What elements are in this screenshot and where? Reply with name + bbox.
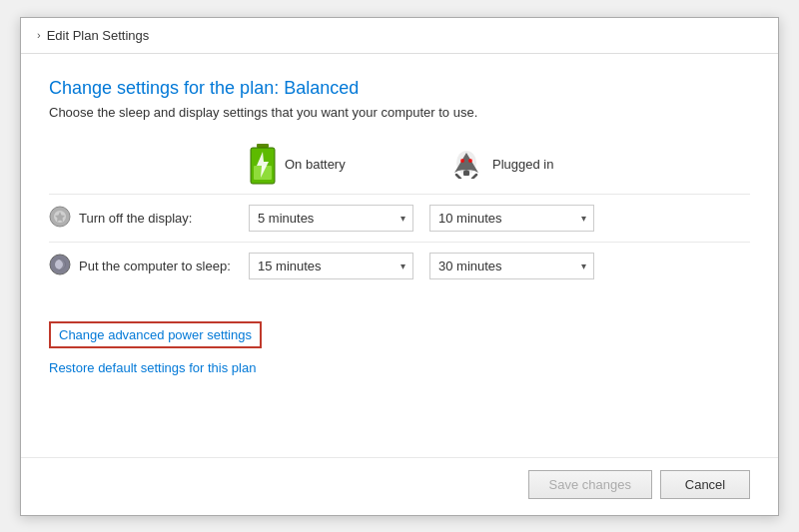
display-setting-row: Turn off the display: 1 minute 2 minutes… bbox=[49, 194, 750, 242]
sleep-plugged-select[interactable]: 1 minute 5 minutes 10 minutes 15 minutes… bbox=[429, 253, 594, 279]
page-subtitle: Choose the sleep and display settings th… bbox=[49, 105, 750, 120]
display-battery-select[interactable]: 1 minute 2 minutes 3 minutes 5 minutes 1… bbox=[249, 205, 413, 232]
battery-icon bbox=[249, 144, 277, 186]
breadcrumb-chevron-icon: › bbox=[37, 29, 41, 41]
change-advanced-power-settings-link[interactable]: Change advanced power settings bbox=[49, 321, 262, 348]
main-window: › Edit Plan Settings Change settings for… bbox=[20, 17, 779, 516]
sleep-setting-row: Put the computer to sleep: 1 minute 5 mi… bbox=[49, 242, 750, 289]
sleep-battery-select-wrapper: 1 minute 5 minutes 10 minutes 15 minutes… bbox=[249, 253, 413, 279]
battery-column-label: On battery bbox=[285, 157, 346, 172]
display-label: Turn off the display: bbox=[49, 206, 249, 231]
save-changes-button[interactable]: Save changes bbox=[528, 470, 652, 499]
svg-point-7 bbox=[468, 159, 472, 163]
svg-point-6 bbox=[460, 159, 464, 163]
battery-column-header: On battery bbox=[249, 144, 448, 186]
sleep-label: Put the computer to sleep: bbox=[49, 254, 249, 278]
plug-icon bbox=[448, 147, 484, 182]
content-area: Change settings for the plan: Balanced C… bbox=[21, 54, 778, 457]
breadcrumb-label: Edit Plan Settings bbox=[47, 28, 150, 43]
breadcrumb-bar: › Edit Plan Settings bbox=[21, 18, 778, 54]
plugged-column-header: Plugged in bbox=[448, 147, 648, 182]
footer: Save changes Cancel bbox=[21, 457, 778, 515]
restore-default-settings-link[interactable]: Restore default settings for this plan bbox=[49, 356, 750, 379]
display-setting-label: Turn off the display: bbox=[79, 211, 192, 226]
sleep-plugged-select-wrapper: 1 minute 5 minutes 10 minutes 15 minutes… bbox=[429, 253, 594, 279]
display-battery-select-wrapper: 1 minute 2 minutes 3 minutes 5 minutes 1… bbox=[249, 205, 413, 232]
page-title: Change settings for the plan: Balanced bbox=[49, 78, 750, 99]
sleep-battery-select[interactable]: 1 minute 5 minutes 10 minutes 15 minutes… bbox=[249, 253, 413, 279]
svg-rect-5 bbox=[463, 171, 469, 176]
display-plugged-select-wrapper: 1 minute 2 minutes 3 minutes 5 minutes 1… bbox=[429, 205, 594, 232]
links-section: Change advanced power settings Restore d… bbox=[49, 321, 750, 379]
settings-table: On battery bbox=[49, 144, 750, 289]
column-headers: On battery bbox=[249, 144, 750, 194]
svg-rect-0 bbox=[257, 144, 269, 148]
display-plugged-select[interactable]: 1 minute 2 minutes 3 minutes 5 minutes 1… bbox=[429, 205, 594, 232]
cancel-button[interactable]: Cancel bbox=[660, 470, 750, 499]
plugged-column-label: Plugged in bbox=[492, 157, 553, 172]
sleep-setting-label: Put the computer to sleep: bbox=[79, 259, 231, 273]
sleep-icon bbox=[49, 254, 71, 278]
display-icon bbox=[49, 206, 71, 231]
